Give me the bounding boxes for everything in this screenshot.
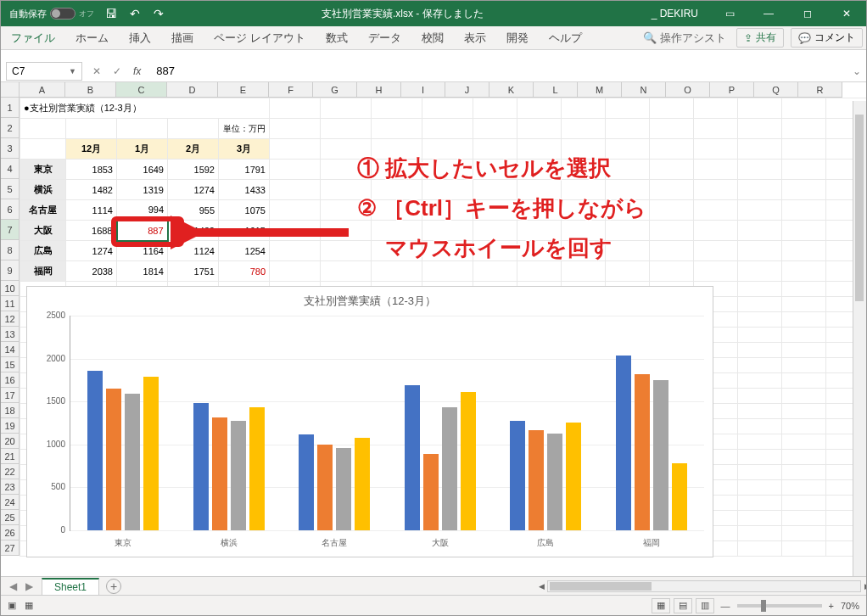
ribbon-tab-開発[interactable]: 開発 bbox=[496, 31, 539, 46]
cell[interactable] bbox=[782, 312, 826, 328]
cell[interactable] bbox=[562, 119, 606, 139]
bar[interactable] bbox=[510, 421, 525, 530]
cell[interactable]: 名古屋 bbox=[20, 200, 66, 221]
cell[interactable] bbox=[650, 241, 694, 261]
cell[interactable] bbox=[738, 312, 782, 328]
cell[interactable] bbox=[606, 98, 650, 119]
ribbon-tab-データ[interactable]: データ bbox=[358, 31, 411, 46]
cell[interactable] bbox=[650, 221, 694, 241]
cell[interactable] bbox=[694, 139, 738, 160]
cell[interactable] bbox=[782, 526, 826, 541]
row-header[interactable]: 14 bbox=[1, 342, 20, 357]
cell[interactable] bbox=[782, 465, 826, 480]
row-header[interactable]: 26 bbox=[1, 525, 20, 540]
cell[interactable] bbox=[782, 139, 826, 160]
column-header[interactable]: R bbox=[798, 82, 842, 98]
cell[interactable] bbox=[270, 98, 321, 119]
row-header[interactable]: 1 bbox=[1, 98, 20, 118]
sheet-nav-next-icon[interactable]: ▶ bbox=[22, 580, 36, 592]
column-header[interactable]: O bbox=[666, 82, 710, 98]
row-header[interactable]: 21 bbox=[1, 449, 20, 464]
row-header[interactable]: 8 bbox=[1, 240, 20, 260]
cell[interactable] bbox=[738, 221, 782, 241]
ribbon-tab-数式[interactable]: 数式 bbox=[316, 31, 358, 46]
cell[interactable] bbox=[782, 241, 826, 261]
cell[interactable] bbox=[782, 434, 826, 450]
ribbon-options-icon[interactable]: ▭ bbox=[710, 1, 749, 26]
column-header[interactable]: I bbox=[401, 82, 445, 98]
bar[interactable] bbox=[405, 385, 420, 530]
cell[interactable] bbox=[694, 241, 738, 261]
spreadsheet-grid[interactable]: ABCDEFGHIJKLMNOPQR 123456789101112131415… bbox=[1, 82, 866, 563]
autosave-toggle[interactable]: 自動保存 オフ bbox=[9, 8, 94, 20]
sheet-tab[interactable]: Sheet1 bbox=[42, 578, 99, 595]
row-header[interactable]: 6 bbox=[1, 199, 20, 220]
cell[interactable] bbox=[738, 282, 782, 297]
cell[interactable] bbox=[782, 450, 826, 465]
row-header[interactable]: 4 bbox=[1, 159, 20, 179]
column-header[interactable]: N bbox=[622, 82, 666, 98]
cell[interactable]: 1164 bbox=[117, 241, 168, 261]
column-header[interactable]: G bbox=[313, 82, 357, 98]
close-button[interactable]: ✕ bbox=[827, 1, 866, 26]
cell[interactable]: 994 bbox=[117, 200, 168, 221]
row-header[interactable]: 20 bbox=[1, 434, 20, 449]
comments-button[interactable]: 💬 コメント bbox=[791, 28, 863, 48]
column-header[interactable]: M bbox=[578, 82, 622, 98]
bar[interactable] bbox=[423, 454, 439, 530]
cell[interactable]: 2038 bbox=[66, 261, 117, 282]
row-header[interactable]: 12 bbox=[1, 311, 20, 327]
cell[interactable] bbox=[372, 98, 422, 119]
horizontal-scrollbar[interactable]: ◀ ▶ bbox=[547, 580, 861, 592]
cell[interactable] bbox=[782, 343, 826, 358]
column-header[interactable]: C bbox=[116, 82, 167, 98]
bar[interactable] bbox=[125, 394, 140, 530]
row-header[interactable]: 18 bbox=[1, 403, 20, 418]
cell[interactable] bbox=[650, 200, 694, 221]
undo-icon[interactable]: ↶ bbox=[128, 7, 142, 20]
cell[interactable] bbox=[782, 496, 826, 511]
cell[interactable] bbox=[650, 160, 694, 180]
cell[interactable] bbox=[782, 297, 826, 312]
cell[interactable] bbox=[782, 180, 826, 200]
column-header[interactable]: D bbox=[167, 82, 218, 98]
cell[interactable]: 1688 bbox=[66, 221, 117, 241]
ribbon-tab-ページ レイアウト[interactable]: ページ レイアウト bbox=[204, 31, 316, 46]
cell[interactable] bbox=[782, 373, 826, 389]
bar[interactable] bbox=[336, 448, 351, 530]
ribbon-tab-ヘルプ[interactable]: ヘルプ bbox=[539, 31, 592, 46]
row-header[interactable]: 2 bbox=[1, 118, 20, 138]
column-header[interactable]: K bbox=[489, 82, 534, 98]
cell[interactable] bbox=[782, 511, 826, 526]
column-header[interactable]: Q bbox=[754, 82, 798, 98]
cell[interactable] bbox=[738, 119, 782, 139]
cell[interactable]: ●支社別営業実績（12-3月） bbox=[20, 98, 270, 119]
cell[interactable] bbox=[738, 98, 782, 119]
cell[interactable] bbox=[321, 119, 372, 139]
cell[interactable] bbox=[782, 200, 826, 221]
cell[interactable] bbox=[650, 180, 694, 200]
bar[interactable] bbox=[442, 407, 457, 530]
cell[interactable] bbox=[517, 119, 562, 139]
name-box[interactable]: C7 ▼ bbox=[6, 62, 82, 81]
cell[interactable] bbox=[694, 261, 738, 282]
cell[interactable] bbox=[562, 98, 606, 119]
save-icon[interactable]: 🖫 bbox=[104, 7, 118, 20]
cell[interactable] bbox=[782, 98, 826, 119]
cell[interactable] bbox=[782, 261, 826, 282]
cell[interactable]: 12月 bbox=[66, 139, 117, 160]
cell[interactable] bbox=[738, 419, 782, 434]
expand-formula-bar-icon[interactable]: ⌄ bbox=[847, 65, 866, 77]
cell[interactable]: 1482 bbox=[66, 180, 117, 200]
cell[interactable] bbox=[117, 119, 168, 139]
row-header[interactable]: 3 bbox=[1, 138, 20, 159]
zoom-out-button[interactable]: — bbox=[721, 601, 730, 611]
bar[interactable] bbox=[212, 417, 227, 530]
chart[interactable]: 支社別営業実績（12-3月） 05001000150020002500東京横浜名… bbox=[26, 286, 713, 557]
record-macro-icon[interactable]: ▣ bbox=[8, 600, 16, 611]
column-header[interactable]: P bbox=[710, 82, 754, 98]
page-break-view-button[interactable]: ▥ bbox=[696, 598, 714, 613]
cell[interactable] bbox=[738, 343, 782, 358]
cell[interactable] bbox=[738, 465, 782, 480]
zoom-level[interactable]: 70% bbox=[841, 601, 859, 611]
